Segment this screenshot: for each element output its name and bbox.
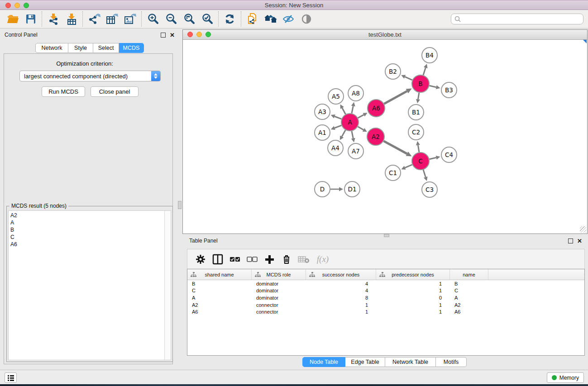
export-network-button[interactable] <box>85 11 103 27</box>
show-eye-button[interactable] <box>298 11 316 27</box>
table-cell: A <box>450 295 488 300</box>
column-header-MCDS-role[interactable]: MCDS role <box>252 269 306 280</box>
import-table-button[interactable] <box>62 11 81 27</box>
birdseye-corner-icon[interactable] <box>583 40 587 43</box>
table-cell: 1 <box>306 309 376 315</box>
add-column-button[interactable] <box>261 253 278 266</box>
table-cell: A6 <box>187 309 252 315</box>
tab-edge-table[interactable]: Edge Table <box>345 357 385 367</box>
task-history-button[interactable] <box>5 372 17 383</box>
network-canvas[interactable]: B4B2BB3A8A5A6A3B1AA1C2A2A4A7C4CC1C3DD1 <box>183 40 587 233</box>
graph-edge-A-A4[interactable] <box>342 130 345 136</box>
deselect-all-button[interactable] <box>244 253 261 266</box>
result-list-item[interactable]: A2 <box>10 212 163 219</box>
graph-edge-C-C1[interactable] <box>405 165 412 168</box>
mcds-result-title: MCDS result (5 nodes) <box>10 203 68 209</box>
table-cell: B <box>187 281 252 286</box>
zoom-fit-button[interactable] <box>180 11 198 27</box>
graph-edge-A-A2[interactable] <box>358 127 363 130</box>
toolbar-separator <box>141 11 142 27</box>
table-panel-float-button[interactable] <box>568 238 573 243</box>
result-list-item[interactable]: A6 <box>10 241 163 248</box>
save-session-button[interactable] <box>22 11 40 27</box>
criterion-dropdown[interactable]: largest connected component (directed) <box>19 71 161 81</box>
column-header-successor-nodes[interactable]: successor nodes <box>306 269 376 280</box>
table-settings-button[interactable] <box>192 253 209 266</box>
network-window-titlebar[interactable]: testGlobe.txt <box>183 30 587 40</box>
tab-select[interactable]: Select <box>93 43 119 53</box>
result-list-item[interactable]: A <box>10 219 163 226</box>
open-session-button[interactable] <box>4 11 22 27</box>
tab-node-table[interactable]: Node Table <box>302 357 345 367</box>
graph-edge-A2-C[interactable] <box>384 141 407 154</box>
column-header-name[interactable]: name <box>450 269 488 280</box>
search-input[interactable] <box>461 15 583 23</box>
control-panel-close-button[interactable]: ✕ <box>170 33 175 38</box>
table-row[interactable]: Cdominator41C <box>187 287 584 295</box>
horizontal-splitter-handle[interactable] <box>384 234 389 237</box>
graph-edge-A-A8[interactable] <box>352 106 353 113</box>
table-row[interactable]: Adominator80A <box>187 294 584 301</box>
column-header-shared-name[interactable]: shared name <box>187 269 252 280</box>
edge-arrowhead <box>436 156 440 160</box>
graph-edge-A-A7[interactable] <box>352 131 353 138</box>
graph-edge-B-B2[interactable] <box>405 77 412 80</box>
search-box[interactable] <box>451 14 583 24</box>
graph-edge-A-A3[interactable] <box>335 116 341 119</box>
delete-table-button[interactable] <box>295 253 312 266</box>
double-home-icon <box>264 14 277 24</box>
zoom-in-icon <box>147 13 159 25</box>
tab-style[interactable]: Style <box>68 43 93 53</box>
select-all-button[interactable] <box>226 253 244 266</box>
zoom-selected-button[interactable] <box>198 11 216 27</box>
close-panel-button[interactable]: Close panel <box>91 86 139 97</box>
tab-motifs[interactable]: Motifs <box>436 357 467 367</box>
delete-table-icon <box>298 255 310 263</box>
node-table[interactable]: shared nameMCDS rolesuccessor nodesprede… <box>187 269 585 356</box>
graph-edge-C-C2[interactable] <box>418 145 419 152</box>
table-panel-tabs: Node TableEdge TableNetwork TableMotifs <box>302 357 467 367</box>
graph-edge-A6-B[interactable] <box>384 91 407 104</box>
panel-splitter-handle[interactable] <box>178 201 182 209</box>
table-row[interactable]: A6connector11A6 <box>187 308 584 315</box>
new-network-button[interactable] <box>244 11 262 27</box>
export-table-button[interactable] <box>103 11 121 27</box>
graph-node-label: C <box>418 157 422 165</box>
graph-edge-A-A1[interactable] <box>335 125 341 128</box>
refresh-button[interactable] <box>221 11 239 27</box>
table-row[interactable]: A2connector11A2 <box>187 301 584 309</box>
gear-icon <box>196 254 206 264</box>
show-columns-button[interactable] <box>209 253 226 266</box>
run-mcds-button[interactable]: Run MCDS <box>42 86 85 97</box>
zoom-out-button[interactable] <box>162 11 180 27</box>
graph-edge-C-C3[interactable] <box>423 170 425 177</box>
tab-mcds[interactable]: MCDS <box>119 43 144 53</box>
graph-edge-B-B4[interactable] <box>423 68 425 75</box>
table-row[interactable]: Bdominator41B <box>187 280 584 287</box>
tab-network-table[interactable]: Network Table <box>385 357 436 367</box>
graph-edge-C-C4[interactable] <box>430 157 436 159</box>
import-network-button[interactable] <box>44 11 62 27</box>
graph-edge-B-B1[interactable] <box>418 93 419 100</box>
resize-grip[interactable] <box>580 226 586 233</box>
result-list-item[interactable]: B <box>10 226 163 234</box>
graph-edge-B-B3[interactable] <box>430 86 436 87</box>
column-header-predecessor-nodes[interactable]: predecessor nodes <box>376 269 450 280</box>
table-panel-title: Table Panel <box>189 238 218 244</box>
hide-selected-button[interactable] <box>280 11 298 27</box>
control-panel-float-button[interactable] <box>161 33 166 38</box>
zoom-in-button[interactable] <box>144 11 162 27</box>
result-list-scrollbar[interactable] <box>164 211 171 360</box>
delete-column-button[interactable] <box>278 253 295 266</box>
memory-button[interactable]: Memory <box>547 372 584 383</box>
table-panel-close-button[interactable]: ✕ <box>577 239 582 243</box>
result-list-item[interactable]: C <box>10 234 163 241</box>
graph-edge-A-A5[interactable] <box>342 108 346 114</box>
export-image-icon <box>124 13 137 25</box>
export-image-button[interactable] <box>121 11 139 27</box>
network-overview-button[interactable] <box>262 11 280 27</box>
graph-edge-A-A6[interactable] <box>358 115 364 118</box>
apply-function-button[interactable]: f(x) <box>312 253 333 266</box>
tab-network[interactable]: Network <box>35 43 68 53</box>
mcds-result-list[interactable]: A2ABCA6 <box>8 210 171 360</box>
